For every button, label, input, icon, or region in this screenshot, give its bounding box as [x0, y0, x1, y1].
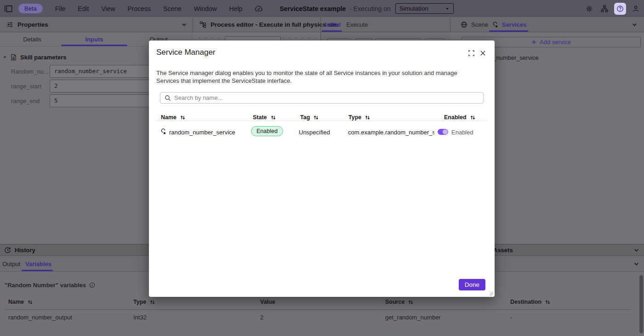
- service-row-type: com.example.random_number_service: [348, 129, 434, 136]
- table-cell-destination: -: [510, 314, 512, 321]
- debug-icon[interactable]: [584, 3, 595, 14]
- service-row-name: random_number_service: [169, 129, 235, 136]
- panel-headers: Properties Process editor - Execute in f…: [0, 17, 644, 32]
- menu-file[interactable]: File: [55, 5, 66, 12]
- history-icon: [4, 247, 11, 254]
- divider: [320, 17, 321, 32]
- vertical-scrollbar[interactable]: [639, 275, 643, 333]
- tab-variables[interactable]: Variables: [25, 256, 51, 272]
- chevron-down-icon[interactable]: [633, 247, 639, 253]
- dialog-title: Service Manager: [156, 48, 216, 57]
- sort-icon[interactable]: [470, 115, 475, 120]
- column-header-state[interactable]: State: [253, 114, 276, 121]
- variables-label: "Random Number" variables: [5, 282, 95, 289]
- beta-badge: Beta: [18, 4, 43, 13]
- column-header-source[interactable]: Source: [385, 299, 413, 305]
- service-row-tag: Unspecified: [299, 129, 330, 136]
- service-icon: [160, 128, 166, 135]
- tab-scene[interactable]: Scene: [461, 17, 488, 32]
- table-cell-source: get_random_number: [385, 314, 441, 321]
- state-badge: Enabled: [251, 126, 283, 136]
- tab-details[interactable]: Details: [0, 32, 64, 46]
- info-icon[interactable]: [89, 282, 95, 288]
- process-graph-icon: [199, 21, 206, 28]
- table-header-divider: [156, 121, 487, 121]
- table-header-divider: [5, 309, 631, 310]
- menu-scene[interactable]: Scene: [163, 5, 182, 12]
- sort-icon[interactable]: [313, 115, 319, 120]
- column-header-type[interactable]: Type: [348, 114, 370, 121]
- column-header-value: Value: [260, 299, 275, 305]
- account-icon[interactable]: [630, 3, 641, 14]
- menu-edit[interactable]: Edit: [78, 5, 89, 12]
- properties-panel-header[interactable]: Properties: [0, 17, 193, 32]
- environment-select[interactable]: Simulation: [395, 3, 454, 14]
- toggle-knob: [443, 129, 448, 134]
- menu-process[interactable]: Process: [128, 5, 151, 12]
- process-editor-header: Process editor - Execute in full physics…: [193, 17, 450, 32]
- sort-icon[interactable]: [150, 300, 155, 305]
- cloud-sync-icon[interactable]: [254, 5, 263, 12]
- active-tab-underline: [61, 45, 127, 46]
- service-icon: [492, 22, 498, 28]
- collapse-caret-icon[interactable]: [3, 55, 7, 59]
- search-icon: [165, 95, 171, 101]
- table-cell-type: Int32: [133, 314, 147, 321]
- menu-help[interactable]: Help: [229, 5, 243, 12]
- active-tab-underline: [22, 270, 53, 271]
- globe-icon: [461, 21, 467, 28]
- column-header-enabled[interactable]: Enabled: [444, 114, 475, 121]
- table-cell-name: random_number_output: [8, 314, 72, 321]
- menu-view[interactable]: View: [101, 5, 115, 12]
- scene-services-header: Scene Services: [450, 17, 644, 32]
- enabled-toggle[interactable]: [438, 129, 448, 135]
- sort-icon[interactable]: [28, 300, 33, 305]
- chevron-down-icon[interactable]: [633, 261, 639, 267]
- chevron-down-icon[interactable]: [181, 22, 187, 28]
- service-manager-dialog: Service Manager The Service manager dial…: [149, 41, 495, 297]
- app-window: Beta File Edit View Process Scene Window…: [0, 0, 644, 336]
- tab-output[interactable]: Output: [2, 256, 20, 272]
- sort-icon[interactable]: [365, 115, 370, 120]
- dialog-description: The Service manager dialog enables you t…: [156, 69, 466, 85]
- help-icon[interactable]: [614, 3, 626, 15]
- search-input[interactable]: [174, 94, 483, 101]
- tune-icon: [6, 21, 13, 28]
- column-header-type[interactable]: Type: [133, 299, 155, 305]
- column-header-destination[interactable]: Destination: [510, 299, 550, 305]
- table-cell-value: 2: [260, 314, 263, 321]
- expand-icon[interactable]: [468, 50, 474, 56]
- caret-down-icon: [445, 6, 450, 11]
- column-header-name[interactable]: Name: [161, 114, 185, 121]
- close-icon[interactable]: [480, 50, 486, 56]
- column-header-name[interactable]: Name: [8, 299, 33, 305]
- active-tab-underline: [322, 30, 342, 32]
- toggle-label: Enabled: [451, 129, 473, 136]
- active-tab-underline: [489, 30, 528, 32]
- sort-icon[interactable]: [408, 300, 413, 305]
- resize-handle[interactable]: [488, 290, 494, 296]
- column-header-tag[interactable]: Tag: [300, 114, 319, 121]
- top-menu-bar: Beta File Edit View Process Scene Window…: [0, 0, 644, 17]
- app-logo-icon: [4, 4, 13, 13]
- hierarchy-icon[interactable]: [599, 3, 610, 14]
- document-title: ServiceState example · Executing on: [279, 5, 390, 12]
- document-icon: [11, 54, 17, 61]
- menu-window[interactable]: Window: [194, 5, 217, 12]
- assets-panel-header[interactable]: Assets: [493, 247, 513, 254]
- sort-icon[interactable]: [271, 115, 276, 120]
- sort-icon[interactable]: [180, 115, 185, 120]
- chevron-down-icon[interactable]: [632, 22, 638, 28]
- sort-icon[interactable]: [545, 300, 550, 305]
- done-button[interactable]: Done: [459, 279, 485, 290]
- plus-icon: [531, 40, 536, 45]
- tab-execute[interactable]: Execute: [345, 17, 370, 32]
- service-search[interactable]: [160, 92, 484, 104]
